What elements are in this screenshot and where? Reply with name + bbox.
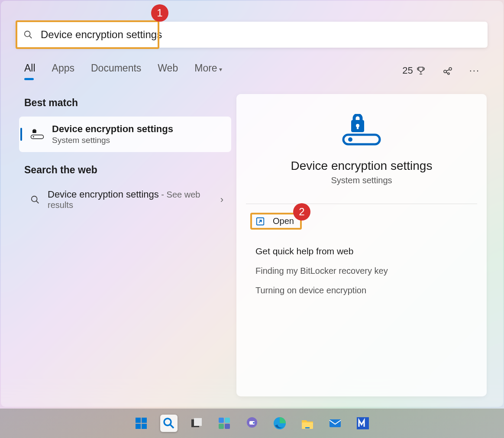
tab-all[interactable]: All [24, 62, 36, 78]
search-icon [162, 417, 175, 430]
svg-point-4 [448, 73, 449, 75]
chat-icon [246, 417, 258, 430]
svg-rect-18 [142, 418, 147, 423]
taskbar-taskview-button[interactable] [188, 415, 205, 432]
svg-point-9 [32, 196, 37, 201]
detail-panel: Device encryption settings System settin… [236, 94, 487, 396]
quick-help-heading: Get quick help from web [255, 246, 487, 256]
svg-line-1 [29, 36, 32, 39]
quick-link-bitlocker[interactable]: Finding my BitLocker recovery key [255, 266, 487, 276]
open-button-label: Open [273, 216, 294, 226]
section-search-web: Search the web [24, 164, 231, 176]
encryption-device-large-icon [340, 114, 383, 146]
best-match-title: Device encryption settings [52, 123, 173, 135]
search-input[interactable]: Device encryption settings [16, 22, 488, 48]
svg-rect-26 [225, 418, 230, 423]
annotation-callout-2: 2 [293, 203, 310, 221]
ellipsis-icon: ··· [469, 65, 480, 76]
tab-more-label: More [194, 62, 217, 74]
widgets-icon [218, 417, 231, 430]
results-column: Best match Device encryption settings Sy… [19, 97, 231, 215]
divider [246, 204, 477, 204]
svg-point-8 [33, 136, 34, 137]
svg-rect-34 [305, 427, 310, 428]
quick-link-encryption[interactable]: Turning on device encryption [255, 286, 487, 295]
taskbar-chat-button[interactable] [243, 415, 261, 432]
svg-rect-24 [194, 418, 202, 426]
trophy-icon [416, 65, 426, 76]
tab-more[interactable]: More▾ [194, 62, 222, 78]
svg-rect-27 [219, 424, 224, 429]
svg-rect-25 [219, 418, 224, 423]
svg-rect-13 [357, 126, 359, 129]
start-search-panel: Device encryption settings 1 All Apps Do… [1, 1, 503, 407]
taskbar-mail-button[interactable] [326, 415, 344, 432]
svg-line-22 [170, 425, 174, 428]
taskbar-search-button[interactable] [160, 415, 178, 432]
svg-rect-20 [142, 424, 147, 429]
taskbar-widgets-button[interactable] [216, 415, 233, 432]
tab-web[interactable]: Web [158, 62, 178, 78]
detail-subtitle: System settings [236, 175, 487, 185]
taskbar-edge-button[interactable] [271, 415, 288, 432]
search-icon [30, 195, 40, 204]
external-link-icon [255, 217, 265, 226]
svg-rect-17 [136, 418, 141, 423]
mail-icon [329, 417, 342, 430]
svg-point-0 [25, 31, 30, 37]
svg-line-10 [36, 201, 39, 203]
best-match-text: Device encryption settings System settin… [52, 123, 173, 145]
svg-point-3 [449, 68, 452, 70]
open-button-container: Open 2 [250, 213, 302, 230]
filter-tabs: All Apps Documents Web More▾ 25 ··· [24, 62, 480, 78]
search-bar-container: Device encryption settings [16, 22, 488, 48]
tab-documents[interactable]: Documents [91, 62, 141, 78]
best-match-subtitle: System settings [52, 136, 173, 145]
web-result-title: Device encryption settings [48, 189, 159, 200]
search-icon [23, 30, 33, 39]
connect-button[interactable] [443, 65, 453, 76]
nodes-icon [443, 65, 453, 76]
svg-rect-35 [330, 419, 341, 427]
svg-rect-28 [225, 424, 230, 429]
windows-logo-icon [135, 417, 148, 430]
svg-point-15 [348, 137, 352, 142]
chevron-down-icon: ▾ [219, 66, 222, 73]
detail-title: Device encryption settings [236, 159, 487, 173]
svg-point-21 [164, 419, 171, 425]
tab-apps[interactable]: Apps [52, 62, 74, 78]
rewards-counter[interactable]: 25 [402, 65, 426, 76]
taskbar-explorer-button[interactable] [299, 415, 316, 432]
section-best-match: Best match [24, 97, 231, 109]
more-options-button[interactable]: ··· [469, 65, 480, 76]
svg-rect-19 [136, 424, 141, 429]
taskbar [0, 409, 504, 438]
search-query-text: Device encryption settings [41, 29, 162, 41]
web-search-result[interactable]: Device encryption settings - See web res… [19, 184, 231, 215]
app-m-icon [356, 417, 369, 430]
svg-point-31 [253, 422, 255, 424]
annotation-callout-1: 1 [151, 4, 168, 22]
encryption-device-icon [30, 129, 44, 140]
edge-icon [273, 417, 286, 430]
chevron-right-icon: › [220, 194, 223, 205]
web-result-text: Device encryption settings - See web res… [48, 189, 213, 210]
rewards-count-text: 25 [402, 65, 413, 76]
best-match-result[interactable]: Device encryption settings System settin… [19, 117, 231, 152]
taskbar-app-button[interactable] [354, 415, 372, 432]
task-view-icon [190, 417, 203, 430]
folder-icon [301, 417, 314, 430]
taskbar-start-button[interactable] [132, 415, 150, 432]
